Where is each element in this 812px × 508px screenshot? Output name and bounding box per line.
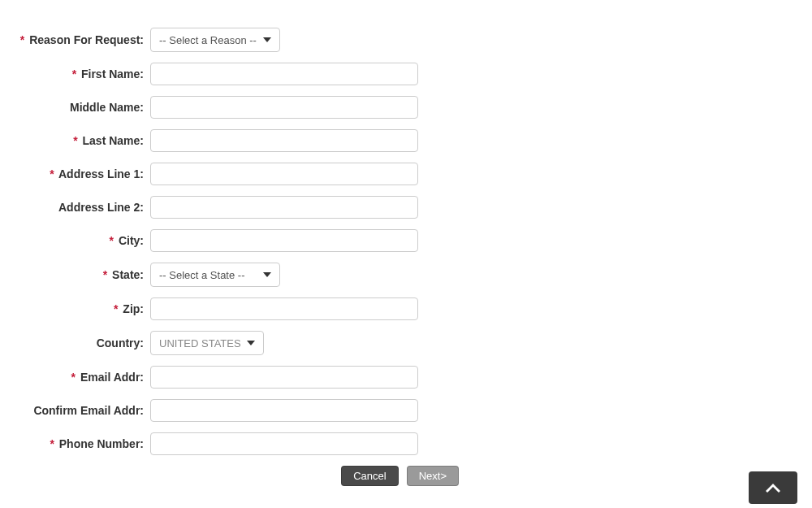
address1-label: * Address Line 1:	[16, 167, 150, 180]
email-label-text: Email Addr:	[80, 371, 144, 384]
address2-label: Address Line 2:	[16, 201, 150, 214]
email-row: * Email Addr:	[16, 366, 471, 389]
address2-input[interactable]	[150, 196, 418, 219]
cancel-button[interactable]: Cancel	[341, 466, 398, 486]
scroll-to-top-button[interactable]	[749, 471, 797, 502]
address1-input[interactable]	[150, 163, 418, 185]
required-marker: *	[20, 33, 24, 46]
required-marker: *	[114, 302, 118, 315]
phone-label-text: Phone Number:	[59, 437, 144, 450]
last-name-row: * Last Name:	[16, 129, 471, 152]
email-label: * Email Addr:	[16, 371, 150, 384]
country-select[interactable]: UNITED STATES	[150, 331, 264, 355]
first-name-input[interactable]	[150, 63, 418, 85]
reason-select[interactable]: -- Select a Reason --	[150, 28, 280, 52]
required-marker: *	[103, 268, 107, 281]
required-marker: *	[50, 437, 54, 450]
last-name-label-text: Last Name:	[83, 134, 144, 147]
phone-input[interactable]	[150, 432, 418, 455]
reason-label-text: Reason For Request:	[29, 33, 144, 46]
first-name-row: * First Name:	[16, 63, 471, 85]
reason-row: * Reason For Request: -- Select a Reason…	[16, 28, 471, 52]
city-label-text: City:	[119, 234, 144, 247]
state-label-text: State:	[112, 268, 144, 281]
phone-row: * Phone Number:	[16, 432, 471, 455]
confirm-email-row: Confirm Email Addr:	[16, 399, 471, 422]
first-name-label: * First Name:	[16, 67, 150, 80]
country-label: Country:	[16, 336, 150, 350]
last-name-label: * Last Name:	[16, 134, 150, 147]
confirm-email-input[interactable]	[150, 399, 418, 422]
middle-name-row: Middle Name:	[16, 96, 471, 119]
state-select[interactable]: -- Select a State --	[150, 263, 280, 287]
zip-input[interactable]	[150, 297, 418, 320]
confirm-email-label: Confirm Email Addr:	[16, 404, 150, 417]
last-name-input[interactable]	[150, 129, 418, 152]
state-row: * State: -- Select a State --	[16, 263, 471, 287]
country-row: Country: UNITED STATES	[16, 331, 471, 355]
required-marker: *	[71, 371, 76, 384]
country-label-text: Country:	[97, 336, 144, 350]
first-name-label-text: First Name:	[81, 67, 144, 80]
zip-label: * Zip:	[16, 302, 150, 315]
city-label: * City:	[16, 234, 150, 247]
next-button[interactable]: Next>	[407, 466, 459, 486]
middle-name-label-text: Middle Name:	[70, 101, 144, 114]
required-marker: *	[50, 167, 54, 180]
required-marker: *	[73, 134, 77, 147]
city-input[interactable]	[150, 229, 418, 252]
zip-row: * Zip:	[16, 297, 471, 320]
button-row: Cancel Next>	[16, 466, 483, 486]
confirm-email-label-text: Confirm Email Addr:	[33, 404, 144, 417]
reason-label: * Reason For Request:	[16, 33, 150, 46]
phone-label: * Phone Number:	[16, 437, 150, 450]
zip-label-text: Zip:	[123, 302, 144, 315]
email-input[interactable]	[150, 366, 418, 389]
address2-row: Address Line 2:	[16, 196, 471, 219]
address1-label-text: Address Line 1:	[58, 167, 144, 180]
city-row: * City:	[16, 229, 471, 252]
middle-name-label: Middle Name:	[16, 101, 150, 114]
state-label: * State:	[16, 268, 150, 281]
address1-row: * Address Line 1:	[16, 163, 471, 185]
required-marker: *	[72, 67, 76, 80]
required-marker: *	[110, 234, 114, 247]
chevron-up-icon	[766, 484, 780, 493]
address2-label-text: Address Line 2:	[58, 201, 144, 214]
middle-name-input[interactable]	[150, 96, 418, 119]
